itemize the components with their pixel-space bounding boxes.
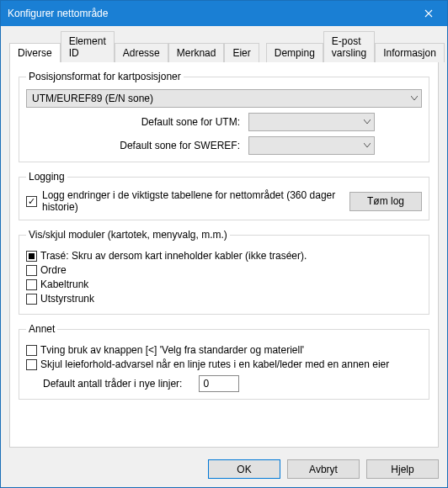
group-modules: Vis/skjul moduler (kartotek, menyvalg, m… (19, 229, 429, 315)
tab-demping[interactable]: Demping (266, 43, 323, 62)
force-button-checkbox[interactable] (26, 345, 37, 356)
group-annet: Annet Tving bruk av knappen [<] 'Velg fr… (19, 323, 429, 400)
hide-lease-warning-label: Skjul leieforhold-advarsel når en linje … (40, 358, 389, 370)
tab-eier[interactable]: Eier (224, 43, 259, 62)
close-icon (424, 9, 433, 18)
sweref-zone-label: Default sone for SWEREF: (26, 140, 245, 151)
group-modules-legend: Vis/skjul moduler (kartotek, menyvalg, m… (26, 229, 230, 241)
default-threads-label: Default antall tråder i nye linjer: (43, 378, 182, 390)
tab-epost-varsling[interactable]: E-post varsling (323, 31, 375, 62)
module-trase-label: Trasé: Skru av dersom kart inneholder ka… (40, 250, 307, 262)
utm-zone-label: Default sone for UTM: (26, 116, 245, 128)
group-position-format-legend: Posisjonsformat for kartposisjoner (26, 71, 184, 82)
clear-log-button[interactable]: Tøm log (349, 192, 422, 211)
module-utstyrstrunk-label: Utstyrstrunk (40, 293, 94, 305)
group-annet-legend: Annet (26, 323, 57, 335)
tab-element-id[interactable]: Element ID (61, 31, 115, 62)
close-button[interactable] (409, 1, 447, 26)
tab-panel-diverse: Posisjonsformat for kartposisjoner UTM/E… (9, 62, 439, 448)
module-utstyrstrunk-checkbox[interactable] (26, 294, 37, 305)
chevron-down-icon (411, 96, 418, 101)
position-format-select[interactable]: UTM/EUREF89 (E/N sone) (26, 89, 422, 108)
cancel-button[interactable]: Avbryt (287, 459, 360, 479)
dialog-window: Konfigurer nettområde Diverse Element ID… (0, 0, 448, 488)
help-button[interactable]: Hjelp (366, 459, 439, 479)
sweref-zone-select[interactable] (248, 136, 375, 155)
hide-lease-warning-checkbox[interactable] (26, 359, 37, 370)
module-kabeltrunk-checkbox[interactable] (26, 279, 37, 290)
group-logging-legend: Logging (26, 171, 67, 183)
tab-diverse[interactable]: Diverse (9, 43, 61, 62)
position-format-value: UTM/EUREF89 (E/N sone) (32, 93, 153, 104)
module-kabeltrunk-label: Kabeltrunk (40, 278, 88, 290)
chevron-down-icon (364, 143, 371, 148)
module-ordre-checkbox[interactable] (26, 265, 37, 276)
titlebar: Konfigurer nettområde (1, 1, 447, 26)
ok-button[interactable]: OK (208, 459, 280, 479)
dialog-footer: OK Avbryt Hjelp (1, 453, 447, 487)
module-trase-checkbox[interactable] (26, 251, 37, 262)
module-ordre-label: Ordre (40, 264, 67, 276)
window-title: Konfigurer nettområde (8, 8, 108, 19)
tab-bar: Diverse Element ID Adresse Merknad Eier … (1, 26, 447, 62)
utm-zone-select[interactable] (248, 113, 375, 131)
tab-informasjon[interactable]: Informasjon (375, 43, 445, 62)
group-position-format: Posisjonsformat for kartposisjoner UTM/E… (19, 71, 429, 162)
log-changes-label: Logg endringer i de viktigste tabellene … (42, 189, 344, 213)
group-logging: Logging Logg endringer i de viktigste ta… (19, 171, 429, 220)
tab-merknad[interactable]: Merknad (168, 43, 225, 62)
default-threads-input[interactable] (199, 375, 239, 392)
log-changes-checkbox[interactable] (26, 196, 37, 207)
chevron-down-icon (364, 119, 371, 125)
tab-adresse[interactable]: Adresse (115, 43, 168, 62)
force-button-label: Tving bruk av knappen [<] 'Velg fra stan… (40, 344, 304, 356)
